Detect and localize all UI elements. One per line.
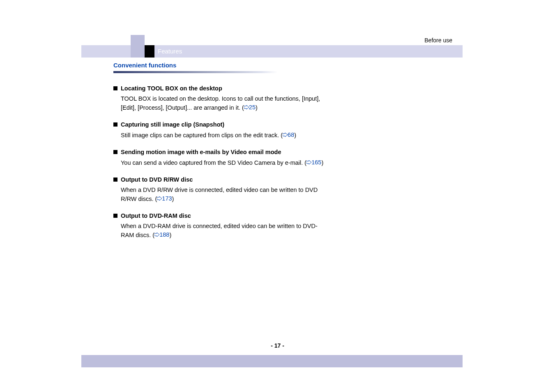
- list-item: Output to DVD-RAM disc When a DVD-RAM dr…: [113, 212, 343, 239]
- list-item: Sending motion image with e-mails by Vid…: [113, 148, 343, 167]
- item-title: Locating TOOL BOX on the desktop: [121, 85, 222, 93]
- footer-bar: [81, 355, 463, 367]
- body-text-post: ): [169, 231, 171, 238]
- arrow-icon: [157, 196, 162, 201]
- arrow-icon: [306, 160, 311, 164]
- page-number: - 17 -: [0, 342, 555, 349]
- body-text-post: ): [172, 195, 174, 202]
- page-link[interactable]: 173: [157, 194, 172, 203]
- item-title: Output to DVD-RAM disc: [121, 212, 191, 220]
- section-title: Convenient functions: [113, 62, 343, 69]
- link-number: 165: [311, 158, 321, 167]
- body-text-post: ): [321, 159, 323, 166]
- item-title: Sending motion image with e-mails by Vid…: [121, 148, 281, 157]
- bullet-icon: [113, 150, 117, 154]
- list-item: Locating TOOL BOX on the desktop TOOL BO…: [113, 85, 343, 112]
- item-body: When a DVD-RAM drive is connected, edite…: [121, 222, 327, 240]
- item-heading: Capturing still image clip (Snapshot): [113, 121, 327, 129]
- chapter-label: Before use: [424, 37, 452, 44]
- body-text-post: ): [256, 104, 258, 111]
- item-heading: Locating TOOL BOX on the desktop: [113, 85, 327, 93]
- item-heading: Output to DVD R/RW disc: [113, 176, 327, 184]
- bullet-icon: [113, 214, 117, 218]
- body-text-post: ): [294, 131, 296, 138]
- tab-bar: Features: [81, 45, 463, 58]
- page-link[interactable]: 165: [306, 158, 321, 167]
- item-body: Still image clips can be captured from c…: [121, 131, 327, 140]
- arrow-icon: [244, 105, 249, 109]
- item-body: TOOL BOX is located on the desktop. Icon…: [121, 95, 327, 112]
- body-text-pre: TOOL BOX is located on the desktop. Icon…: [121, 95, 320, 111]
- page-link[interactable]: 188: [154, 231, 169, 239]
- list-item: Output to DVD R/RW disc When a DVD R/RW …: [113, 176, 343, 203]
- section-underline: [113, 71, 278, 73]
- bullet-icon: [113, 86, 117, 90]
- item-title: Output to DVD R/RW disc: [121, 176, 193, 184]
- body-text-pre: When a DVD-RAM drive is connected, edite…: [121, 223, 318, 238]
- link-number: 188: [159, 231, 169, 239]
- tab-accent-dark: [145, 45, 154, 58]
- list-item: Capturing still image clip (Snapshot) St…: [113, 121, 343, 139]
- body-text-pre: When a DVD R/RW drive is connected, edit…: [121, 187, 318, 202]
- item-body: When a DVD R/RW drive is connected, edit…: [121, 186, 327, 203]
- tab-accent-light: [131, 35, 145, 58]
- item-heading: Output to DVD-RAM disc: [113, 212, 327, 220]
- bullet-icon: [113, 178, 117, 182]
- item-title: Capturing still image clip (Snapshot): [121, 121, 224, 129]
- item-body: You can send a video captured from the S…: [121, 158, 327, 167]
- tab-label: Features: [158, 48, 182, 55]
- link-number: 173: [162, 194, 172, 203]
- arrow-icon: [283, 133, 288, 137]
- body-text-pre: Still image clips can be captured from c…: [121, 131, 283, 138]
- page-link[interactable]: 68: [283, 131, 294, 139]
- content-column: Convenient functions Locating TOOL BOX o…: [113, 62, 343, 239]
- link-number: 68: [288, 131, 294, 139]
- link-number: 25: [249, 103, 256, 112]
- page-link[interactable]: 25: [244, 103, 256, 112]
- arrow-icon: [154, 233, 159, 237]
- bullet-icon: [113, 122, 117, 127]
- item-heading: Sending motion image with e-mails by Vid…: [113, 148, 327, 157]
- page-root: Before use Features Convenient functions…: [0, 0, 555, 392]
- body-text-pre: You can send a video captured from the S…: [121, 159, 306, 166]
